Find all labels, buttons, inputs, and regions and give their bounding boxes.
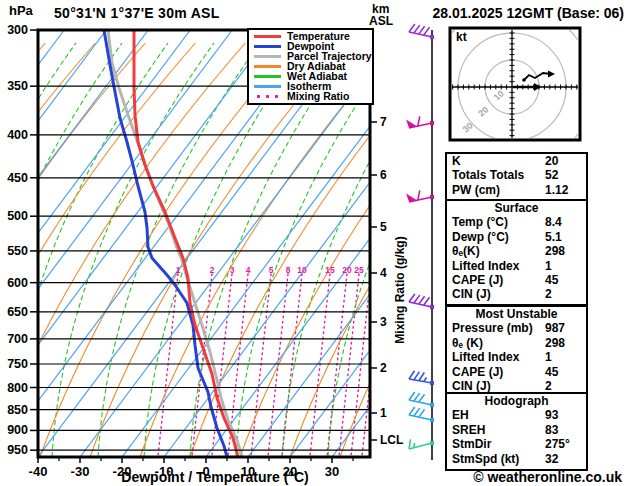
legend-color-swatch (254, 85, 281, 88)
wind-barb-feather (414, 295, 420, 303)
x-axis-title: Dewpoint / Temperature (°C) (85, 469, 345, 485)
mixing-ratio-value-label: 8 (286, 265, 291, 275)
pressure-tick-label: 500 (7, 209, 28, 223)
wet-adiabat-line (52, 43, 214, 457)
dry-adiabat-line (190, 43, 445, 457)
table-row-label: Lifted Index (452, 350, 519, 364)
table-row-label: Totals Totals (452, 168, 524, 182)
table-row: Temp (°C)8.4 (447, 215, 586, 229)
table-row-label: Temp (°C) (452, 215, 508, 229)
table-row: EH93 (447, 408, 586, 422)
wind-barb-feather (414, 25, 420, 33)
legend-color-swatch (254, 55, 281, 58)
table-row-label: StmSpd (kt) (452, 452, 519, 466)
table-row-value: 298 (545, 244, 565, 258)
table-row-label: θₑ (K) (452, 336, 483, 350)
mixing-ratio-line (339, 274, 359, 457)
table-section-header: Most Unstable (447, 307, 586, 321)
table-row-value: 275° (545, 437, 570, 451)
pressure-tick-label: 450 (7, 171, 28, 185)
table-row: PW (cm)1.12 (447, 183, 586, 197)
table-row-value: 298 (545, 336, 565, 350)
table-row: θₑ (K)298 (447, 336, 586, 350)
table-row: Lifted Index1 (447, 350, 586, 364)
km-tick-label: 3 (380, 315, 387, 329)
pressure-tick-label: 700 (7, 332, 28, 346)
wind-barb-dot (430, 381, 434, 385)
wind-barb-feather (419, 373, 424, 381)
indices-table-stability: K20Totals Totals52PW (cm)1.12 (445, 152, 588, 203)
page-title: 50°31'N 1°37'E 30m ASL (54, 5, 220, 21)
pressure-tick-label: 950 (7, 443, 28, 457)
wind-barb-dot (430, 305, 434, 309)
pressure-tick-label: 850 (7, 403, 28, 417)
watermark: © weatheronline.co.uk (473, 469, 622, 485)
table-row-value: 83 (545, 423, 558, 437)
km-tick-label: 6 (380, 168, 387, 182)
indices-table-most-unstable: Most UnstablePressure (mb)987θₑ (K)298Li… (445, 305, 588, 396)
pressure-tick-label: 900 (7, 423, 28, 437)
wind-barb-dot (430, 441, 434, 445)
table-row: CAPE (J)45 (447, 365, 586, 379)
mixing-ratio-value-label: 20 (342, 265, 352, 275)
legend-color-swatch (254, 75, 281, 78)
wind-barb-feather (409, 407, 415, 415)
wind-barb-dot (430, 35, 434, 39)
pressure-tick-label: 650 (7, 305, 28, 319)
wind-barb-half-feather (424, 377, 427, 381)
wind-barb-feather (409, 392, 415, 400)
table-row-value: 20 (545, 154, 558, 168)
pressure-tick-label: 300 (7, 23, 28, 37)
wind-barb-feather (419, 26, 425, 34)
table-row: Dewp (°C)5.1 (447, 230, 586, 244)
table-row-label: K (452, 154, 461, 168)
mixing-ratio-value-label: 2 (210, 265, 215, 275)
wind-barb-dot (430, 418, 434, 422)
wind-barb-feather (418, 116, 420, 126)
pressure-tick-label: 400 (7, 128, 28, 142)
km-tick-label: 5 (380, 220, 387, 234)
legend-color-swatch (254, 35, 281, 38)
table-row: StmDir275° (447, 437, 586, 451)
indices-table-surface: SurfaceTemp (°C)8.4Dewp (°C)5.1θₑ(K)298L… (445, 199, 588, 306)
wind-barb-feather (409, 294, 415, 302)
km-tick-label: 7 (380, 115, 387, 129)
table-row-label: θₑ(K) (452, 244, 480, 258)
table-row-label: StmDir (452, 437, 491, 451)
mixing-ratio-value-label: 5 (269, 265, 274, 275)
wind-barb-feather (414, 372, 419, 380)
table-row-value: 1 (545, 350, 552, 364)
lcl-label: LCL (380, 433, 403, 447)
table-row: StmSpd (kt)32 (447, 452, 586, 466)
table-row-value: 45 (545, 273, 558, 287)
table-row-label: SREH (452, 423, 485, 437)
table-section-header: Hodograph (447, 394, 586, 408)
hodograph-trace-start-dot (522, 78, 526, 82)
mixing-ratio-value-label: 1 (176, 265, 181, 275)
indices-table-hodograph: HodographEH93SREH83StmDir275°StmSpd (kt)… (445, 392, 588, 471)
table-row-value: 8.4 (545, 215, 562, 229)
table-row-label: Dewp (°C) (452, 230, 509, 244)
wind-barb-feather (424, 27, 430, 35)
table-row: K20 (447, 154, 586, 168)
pressure-tick-label: 750 (7, 357, 28, 371)
temp-axis-tick-label: -40 (29, 464, 48, 479)
wet-adiabat-line (282, 43, 444, 457)
pressure-tick-label: 600 (7, 276, 28, 290)
table-row-label: CIN (J) (452, 287, 491, 301)
km-tick-label: 4 (380, 266, 387, 280)
mixing-ratio-value-label: 10 (297, 265, 307, 275)
valid-datetime: 28.01.2025 12GMT (Base: 06) (433, 5, 624, 21)
wind-barb-feather (419, 409, 425, 417)
wind-barb-dot (430, 195, 434, 199)
table-row-label: PW (cm) (452, 183, 500, 197)
pressure-tick-label: 800 (7, 381, 28, 395)
dry-adiabat-line (40, 43, 295, 457)
table-row-value: 93 (545, 408, 558, 422)
table-row: CIN (J)2 (447, 287, 586, 301)
pressure-tick-label: 350 (7, 79, 28, 93)
wind-barb-feather (414, 393, 420, 401)
km-tick-label: 1 (380, 406, 387, 420)
table-row-value: 45 (545, 365, 558, 379)
legend-color-swatch (254, 45, 281, 48)
